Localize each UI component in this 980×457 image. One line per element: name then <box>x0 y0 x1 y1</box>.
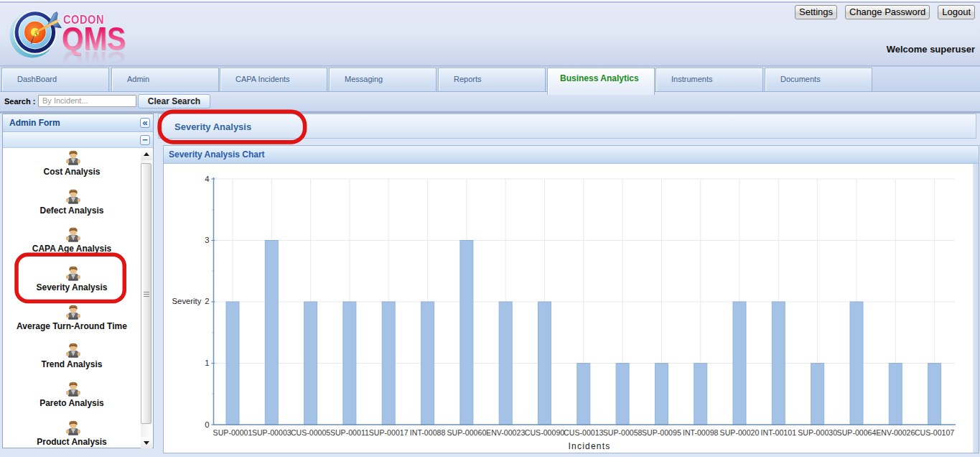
svg-text:SUP-00011: SUP-00011 <box>330 428 369 437</box>
svg-text:CUS-00005: CUS-00005 <box>291 428 330 437</box>
svg-text:2: 2 <box>205 297 209 305</box>
svg-text:INT-00088: INT-00088 <box>410 428 446 437</box>
svg-text:4: 4 <box>205 175 209 183</box>
svg-text:SUP-00060: SUP-00060 <box>447 428 487 437</box>
svg-text:SUP-00095: SUP-00095 <box>642 428 681 437</box>
svg-text:SUP-00020: SUP-00020 <box>720 428 760 437</box>
svg-text:Severity: Severity <box>172 297 202 305</box>
svg-text:INT-00098: INT-00098 <box>683 428 719 437</box>
svg-text:1: 1 <box>205 359 209 367</box>
svg-text:SUP-00001: SUP-00001 <box>213 428 253 437</box>
svg-text:Incidents: Incidents <box>569 441 611 451</box>
svg-text:SUP-00064: SUP-00064 <box>837 428 877 437</box>
svg-text:CUS-00013: CUS-00013 <box>564 428 603 437</box>
svg-text:SUP-00003: SUP-00003 <box>252 428 291 437</box>
svg-text:SUP-00017: SUP-00017 <box>369 428 409 437</box>
svg-text:ENV-00026: ENV-00026 <box>876 428 915 437</box>
svg-text:SUP-00058: SUP-00058 <box>603 428 643 437</box>
svg-text:INT-00101: INT-00101 <box>761 428 797 437</box>
svg-text:CUS-00107: CUS-00107 <box>915 428 954 437</box>
svg-text:SUP-00030: SUP-00030 <box>798 428 837 437</box>
svg-text:CUS-00090: CUS-00090 <box>525 428 564 437</box>
svg-text:3: 3 <box>205 236 209 244</box>
svg-text:0: 0 <box>205 420 209 429</box>
svg-text:ENV-00023: ENV-00023 <box>486 428 525 437</box>
